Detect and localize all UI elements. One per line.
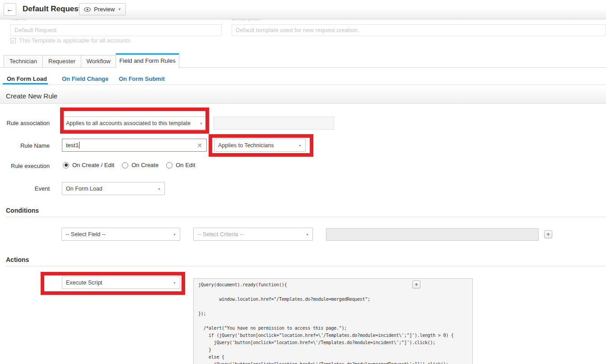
event-dropdown[interactable]: On Form Load ▼ — [62, 182, 165, 195]
radio-on-create[interactable] — [122, 162, 128, 168]
eye-icon — [84, 7, 91, 12]
subtab-on-field-change[interactable]: On Field Change — [62, 75, 108, 82]
add-action-button[interactable]: + — [412, 280, 420, 289]
conditions-section-title: Conditions — [6, 207, 39, 214]
rule-association-label: Rule association — [0, 120, 50, 126]
rule-execution-options: On Create / Edit On Create On Edit — [63, 162, 203, 168]
tab-workflow[interactable]: Workflow — [81, 55, 116, 68]
rule-name-input[interactable]: test1 ✕ — [62, 139, 207, 152]
conditions-divider — [6, 217, 606, 217]
back-button[interactable]: ← — [4, 3, 16, 16]
actions-divider — [6, 266, 606, 266]
preview-label: Preview — [94, 6, 115, 13]
applies-to-dropdown[interactable]: Applies to Technicians ▼ — [214, 139, 306, 152]
rule-association-disabled-input — [214, 117, 334, 130]
preview-button[interactable]: Preview ▼ — [79, 3, 126, 15]
chevron-down-icon: ▼ — [306, 233, 309, 236]
chevron-down-icon: ▼ — [173, 281, 176, 285]
description-field[interactable]: Default template used for new request cr… — [232, 24, 606, 36]
header-bar: ← Default Request Preview ▼ — [0, 0, 606, 19]
rule-execution-label: Rule execution — [0, 163, 50, 169]
action-type-value: Execute Script — [66, 280, 103, 286]
name-field[interactable]: Default Request — [10, 24, 222, 36]
checkbox-icon[interactable]: ✓ — [10, 38, 16, 43]
tab-field-and-form-rules[interactable]: Field and Form Rules — [116, 53, 179, 68]
event-value: On Form Load — [66, 186, 103, 192]
template-editor-page: Name Default Request ✓ This Template is … — [0, 0, 606, 364]
text-cursor — [79, 142, 79, 149]
clear-icon[interactable]: ✕ — [197, 142, 202, 149]
tab-technician[interactable]: Technician — [4, 55, 43, 68]
rule-association-dropdown[interactable]: Applies to all accounts associated to th… — [62, 117, 207, 130]
subtab-on-form-submit[interactable]: On Form Submit — [119, 75, 165, 82]
subtab-on-form-load[interactable]: On Form Load — [7, 75, 47, 82]
radio-label-on-create-edit: On Create / Edit — [72, 162, 114, 168]
radio-on-edit[interactable] — [166, 162, 172, 168]
script-editor[interactable]: jQuery(document).ready(function(){ windo… — [193, 278, 473, 364]
script-content[interactable]: jQuery(document).ready(function(){ windo… — [194, 279, 472, 364]
select-criteria-dropdown[interactable]: -- Select Criteria -- ▼ — [193, 228, 313, 241]
radio-label-on-create: On Create — [131, 162, 158, 168]
action-type-dropdown[interactable]: Execute Script ▼ — [62, 276, 180, 289]
create-new-rule-header: Create New Rule — [0, 89, 606, 104]
subtabs-divider — [0, 84, 606, 85]
radio-on-create-edit[interactable] — [63, 162, 69, 168]
applicable-checkbox-label: This Template is applicable for all acco… — [19, 37, 131, 44]
select-field-dropdown[interactable]: -- Select Field -- ▼ — [61, 228, 180, 241]
add-condition-button[interactable]: + — [544, 230, 552, 238]
chevron-down-icon: ▼ — [298, 144, 302, 147]
radio-label-on-edit: On Edit — [176, 162, 195, 168]
tab-requester[interactable]: Requester — [42, 55, 81, 68]
actions-section-title: Actions — [6, 256, 29, 263]
radio-dot — [65, 163, 68, 167]
rule-name-label: Rule Name — [0, 142, 50, 149]
event-label: Event — [0, 185, 50, 192]
select-field-value: -- Select Field -- — [65, 231, 106, 238]
active-subtab-underline — [3, 83, 48, 84]
chevron-down-icon: ▼ — [118, 8, 121, 11]
chevron-down-icon: ▼ — [200, 121, 203, 125]
rule-name-value: test1 — [66, 142, 79, 149]
rule-association-value: Applies to all accounts associated to th… — [66, 120, 191, 126]
select-criteria-value: -- Select Criteria -- — [197, 231, 243, 238]
chevron-down-icon: ▼ — [158, 187, 161, 190]
applicable-checkbox-row: ✓ This Template is applicable for all ac… — [10, 37, 131, 44]
page-title: Default Request — [23, 5, 81, 14]
applies-to-value: Applies to Technicians — [218, 142, 274, 149]
chevron-down-icon: ▼ — [173, 233, 176, 236]
condition-value-input[interactable] — [326, 228, 539, 241]
tabs-divider — [0, 67, 606, 68]
